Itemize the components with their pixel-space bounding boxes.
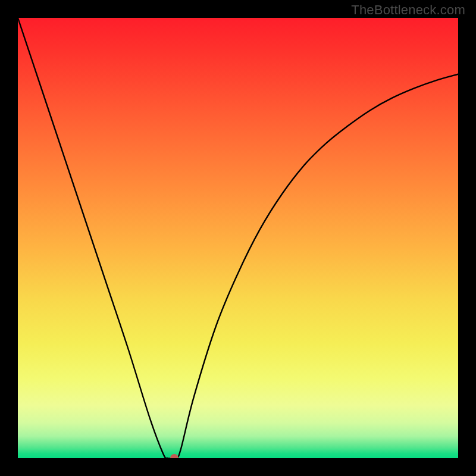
curve-layer: [18, 18, 458, 458]
chart-frame: TheBottleneck.com: [0, 0, 476, 476]
watermark-text: TheBottleneck.com: [351, 2, 465, 18]
minimum-marker-icon: [170, 454, 178, 458]
plot-area: [18, 18, 458, 458]
bottleneck-curve: [18, 18, 458, 458]
